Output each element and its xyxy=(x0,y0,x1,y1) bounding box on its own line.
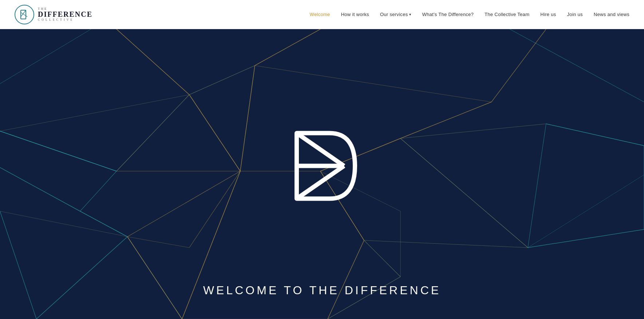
svg-line-26 xyxy=(400,102,491,138)
nav-our-services-link[interactable]: Our services xyxy=(380,12,408,17)
logo-icon xyxy=(15,5,34,24)
svg-line-9 xyxy=(0,131,116,171)
nav-our-services[interactable]: Our services ▾ xyxy=(380,12,411,17)
hero-title: WELCOME TO THE DIFFERENCE xyxy=(203,284,441,297)
svg-line-32 xyxy=(127,237,182,319)
logo-text: THE DIFFERENCE COLLECTIVE xyxy=(38,7,92,21)
svg-line-15 xyxy=(0,29,91,84)
svg-line-43 xyxy=(528,175,644,248)
svg-line-6 xyxy=(36,237,127,319)
nav-news-and-views[interactable]: News and views xyxy=(594,12,629,17)
nav-join-us[interactable]: Join us xyxy=(567,12,583,17)
svg-line-10 xyxy=(546,124,644,146)
svg-line-42 xyxy=(80,211,127,237)
svg-line-39 xyxy=(364,240,528,248)
svg-line-34 xyxy=(328,277,400,319)
svg-line-5 xyxy=(0,211,36,319)
svg-line-40 xyxy=(255,66,491,102)
chevron-down-icon: ▾ xyxy=(409,12,411,16)
svg-line-13 xyxy=(528,124,546,248)
svg-line-8 xyxy=(80,171,116,211)
svg-line-35 xyxy=(364,240,400,277)
svg-line-1 xyxy=(21,12,27,17)
hero-center-logo xyxy=(271,115,373,217)
svg-line-37 xyxy=(0,211,127,237)
svg-line-30 xyxy=(116,95,189,171)
nav-welcome[interactable]: Welcome xyxy=(310,12,330,17)
svg-line-22 xyxy=(255,29,320,66)
svg-line-49 xyxy=(297,133,344,166)
svg-line-2 xyxy=(21,10,26,17)
svg-line-4 xyxy=(0,168,80,211)
nav-how-it-works[interactable]: How it works xyxy=(341,12,369,17)
svg-line-46 xyxy=(127,237,189,248)
svg-line-27 xyxy=(491,29,546,102)
svg-line-44 xyxy=(116,29,189,95)
svg-line-21 xyxy=(240,66,255,171)
svg-line-12 xyxy=(528,229,644,248)
svg-line-14 xyxy=(510,29,644,102)
svg-line-31 xyxy=(189,66,255,95)
svg-line-50 xyxy=(297,166,344,199)
svg-line-38 xyxy=(400,124,546,138)
svg-line-24 xyxy=(328,240,364,319)
svg-line-33 xyxy=(400,138,528,248)
hero-section: WELCOME TO THE DIFFERENCE xyxy=(0,29,644,319)
site-header: THE DIFFERENCE COLLECTIVE Welcome How it… xyxy=(0,0,644,29)
main-nav: Welcome How it works Our services ▾ What… xyxy=(310,12,629,17)
nav-hire-us[interactable]: Hire us xyxy=(540,12,556,17)
nav-the-collective-team[interactable]: The Collective Team xyxy=(485,12,529,17)
logo[interactable]: THE DIFFERENCE COLLECTIVE xyxy=(15,5,92,24)
nav-whats-the-difference[interactable]: What's The Difference? xyxy=(422,12,474,17)
svg-line-19 xyxy=(189,95,240,171)
svg-line-36 xyxy=(0,95,189,131)
svg-line-18 xyxy=(127,171,240,237)
